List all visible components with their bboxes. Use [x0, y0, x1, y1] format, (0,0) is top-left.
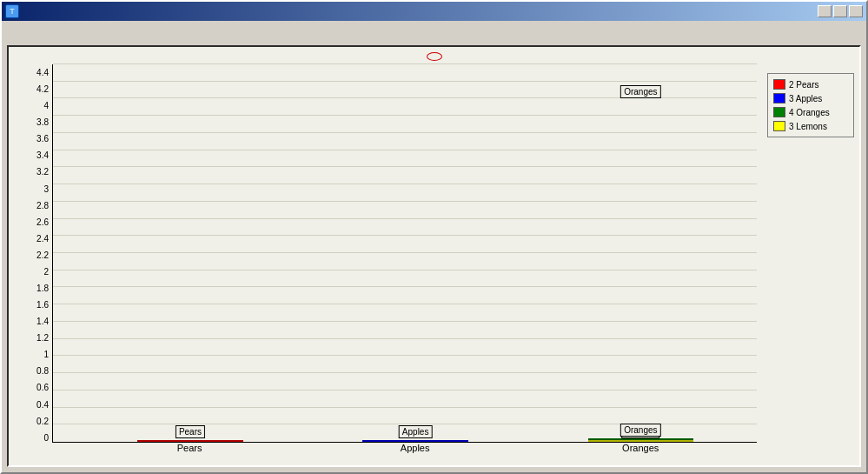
bar-group: LemonsOranges — [588, 438, 694, 442]
chart-plot-area: PearsApplesLemonsOrangesOranges PearsApp… — [52, 64, 757, 460]
grid-line — [53, 150, 757, 150]
grid-line — [53, 184, 757, 184]
bar-label: Oranges — [620, 424, 660, 437]
bar-segment: Oranges — [588, 438, 694, 440]
y-axis-label: 0.6 — [36, 383, 49, 392]
grid-line — [53, 132, 757, 133]
legend-swatch — [773, 79, 785, 90]
grid-line — [53, 321, 757, 322]
grid-line — [53, 407, 757, 408]
grid-line — [53, 286, 757, 287]
app-icon: T — [5, 4, 19, 18]
y-axis-label: 4.4 — [36, 68, 49, 77]
y-axis-label: 3.6 — [36, 134, 49, 144]
chart-border: 4.44.243.83.63.43.232.82.62.42.221.81.61… — [7, 45, 861, 467]
x-axis-label: Oranges — [622, 443, 659, 453]
close-button[interactable] — [849, 5, 863, 17]
plot-grid: PearsApplesLemonsOrangesOranges — [52, 64, 757, 443]
x-axis-label: Apples — [401, 443, 430, 453]
bar-segment: Lemons — [588, 440, 694, 442]
y-axis-label: 1 — [43, 350, 49, 359]
grid-line — [53, 270, 757, 270]
chart-title-circle — [427, 52, 442, 61]
legend-label: 4 Oranges — [789, 108, 830, 117]
title-bar: T — [2, 2, 866, 21]
legend-item: 2 Pears — [773, 79, 848, 90]
bar-label: Apples — [399, 425, 433, 438]
main-window: T — [0, 0, 868, 474]
y-axis-label: 2 — [43, 267, 49, 277]
chart-title-area — [14, 52, 854, 61]
y-axis-label: 0.8 — [36, 366, 49, 376]
bar-group: Pears — [137, 440, 243, 442]
bar-group: Apples — [362, 440, 468, 442]
grid-line — [53, 304, 757, 304]
y-axis-label: 2.8 — [36, 201, 49, 210]
grid-line — [53, 372, 757, 373]
grid-line — [53, 166, 757, 167]
legend-swatch — [773, 93, 785, 103]
grid-line — [53, 63, 757, 64]
grid-line — [53, 115, 757, 116]
y-axis-label: 3.8 — [36, 117, 49, 127]
y-axis-label: 1.2 — [36, 333, 49, 343]
y-axis-label: 2.2 — [36, 250, 49, 260]
menu-series[interactable] — [30, 29, 40, 32]
legend-label: 3 Apples — [789, 94, 822, 103]
title-bar-buttons — [818, 5, 863, 17]
legend-panel: 2 Pears3 Apples4 Oranges3 Lemons — [767, 73, 854, 137]
grid-line — [53, 218, 757, 219]
menu-chart[interactable] — [17, 29, 28, 32]
y-axis-label: 1.8 — [36, 284, 49, 293]
y-axis-label: 1.6 — [36, 300, 49, 310]
menu-file[interactable] — [5, 29, 16, 32]
legend-label: 3 Lemons — [789, 122, 827, 131]
legend-swatch — [773, 121, 785, 131]
y-axis-label: 2.4 — [36, 234, 49, 244]
oranges-top-label: Oranges — [620, 85, 660, 98]
menu-help[interactable] — [54, 29, 64, 32]
grid-line — [53, 81, 757, 82]
bar-label: Pears — [176, 425, 205, 438]
y-axis-label: 4.2 — [36, 84, 49, 94]
y-axis-label: 2.6 — [36, 217, 49, 227]
maximize-button[interactable] — [833, 5, 847, 17]
y-axis-label: 0.4 — [36, 400, 49, 410]
menu-bar — [2, 21, 866, 40]
title-bar-left: T — [5, 4, 23, 18]
x-labels: PearsApplesOranges — [52, 443, 757, 460]
legend-item: 4 Oranges — [773, 107, 848, 117]
menu-tools[interactable] — [42, 29, 52, 32]
bar-segment: Apples — [362, 440, 468, 442]
chart-container: 4.44.243.83.63.43.232.82.62.42.221.81.61… — [2, 40, 866, 472]
grid-line — [53, 355, 757, 356]
legend-label: 2 Pears — [789, 80, 818, 90]
grid-line — [53, 338, 757, 339]
y-axis-label: 4 — [43, 101, 49, 110]
minimize-button[interactable] — [818, 5, 832, 17]
legend-item: 3 Apples — [773, 93, 848, 103]
grid-line — [53, 235, 757, 236]
grid-line — [53, 390, 757, 391]
x-axis-label: Pears — [177, 443, 202, 453]
bar-segment: Pears — [137, 440, 243, 442]
y-axis-label: 1.4 — [36, 317, 49, 326]
y-axis-label: 3.2 — [36, 167, 49, 177]
y-axis-label: 3.4 — [36, 150, 49, 160]
y-axis-label: 0.2 — [36, 417, 49, 426]
y-axis-label: 0 — [43, 433, 49, 443]
chart-body: 4.44.243.83.63.43.232.82.62.42.221.81.61… — [14, 64, 854, 460]
grid-line — [53, 201, 757, 202]
legend-swatch — [773, 107, 785, 117]
legend-item: 3 Lemons — [773, 121, 848, 131]
y-axis: 4.44.243.83.63.43.232.82.62.42.221.81.61… — [14, 64, 49, 460]
grid-line — [53, 252, 757, 253]
y-axis-label: 3 — [43, 184, 49, 194]
